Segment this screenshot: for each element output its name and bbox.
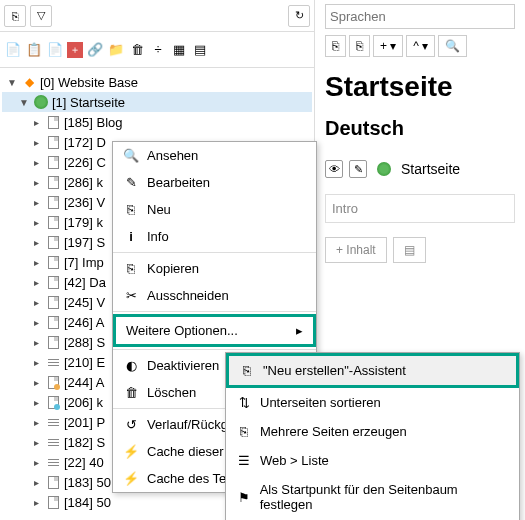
ctx-cut[interactable]: ✂Ausschneiden — [113, 282, 316, 309]
sub-wizard[interactable]: ⎘"Neu erstellen"-Assistent — [226, 353, 519, 388]
tree-label: [206] k — [64, 395, 103, 410]
btn-a[interactable]: ⎘ — [325, 35, 346, 57]
ctx-view[interactable]: 🔍Ansehen — [113, 142, 316, 169]
tree-label: [244] A — [64, 375, 104, 390]
tree-label: [182] S — [64, 435, 105, 450]
edit-icon[interactable]: ✎ — [349, 160, 367, 178]
ctx-more[interactable]: Weitere Optionen...▸ — [113, 314, 316, 347]
visibility-icon[interactable]: 👁 — [325, 160, 343, 178]
btn-b[interactable]: ⎘ — [349, 35, 370, 57]
doc-plus-icon[interactable]: ＋ — [67, 42, 83, 58]
new-page-icon[interactable]: ⎘ — [4, 5, 26, 27]
tree-label: [179] k — [64, 215, 103, 230]
refresh-icon[interactable]: ↻ — [288, 5, 310, 27]
sub-multi[interactable]: ⎘Mehrere Seiten erzeugen — [226, 417, 519, 446]
sub-list[interactable]: ☰Web > Liste — [226, 446, 519, 475]
tree-label: [210] E — [64, 355, 105, 370]
page-name: Startseite — [401, 161, 460, 177]
tree-label: [197] S — [64, 235, 105, 250]
sub-menu: ⎘"Neu erstellen"-Assistent ⇅Unterseiten … — [225, 352, 520, 520]
sub-sort[interactable]: ⇅Unterseiten sortieren — [226, 388, 519, 417]
ctx-new[interactable]: ⎘Neu — [113, 196, 316, 223]
layout1-icon[interactable]: ▦ — [170, 41, 188, 59]
link-icon[interactable]: 🔗 — [86, 41, 104, 59]
language-input[interactable] — [325, 4, 515, 29]
btn-up[interactable]: ^ ▾ — [406, 35, 435, 57]
tree-label: [286] k — [64, 175, 103, 190]
tree-label: [201] P — [64, 415, 105, 430]
folder-icon[interactable]: 📁 — [107, 41, 125, 59]
doc-link-icon[interactable]: 📄 — [46, 41, 64, 59]
tree-label: [226] C — [64, 155, 106, 170]
add-content-button[interactable]: + Inhalt — [325, 237, 387, 263]
tree-start[interactable]: ▼ [1] Startseite — [2, 92, 312, 112]
tree-label: [42] Da — [64, 275, 106, 290]
tree-label: [246] A — [64, 315, 104, 330]
ctx-edit[interactable]: ✎Bearbeiten — [113, 169, 316, 196]
tree-label: [22] 40 — [64, 455, 104, 470]
tree-label: [184] 50 — [64, 495, 111, 510]
tree-label: [236] V — [64, 195, 105, 210]
ctx-copy[interactable]: ⎘Kopieren — [113, 255, 316, 282]
doc-user-icon[interactable]: 📋 — [25, 41, 43, 59]
tree-label: [1] Startseite — [52, 95, 125, 110]
tree-label: [7] Imp — [64, 255, 104, 270]
tree-label: [0] Website Base — [40, 75, 138, 90]
search-icon[interactable]: 🔍 — [438, 35, 467, 57]
ctx-info[interactable]: iInfo — [113, 223, 316, 250]
page-title: Startseite — [325, 71, 515, 103]
tree-label: [172] D — [64, 135, 106, 150]
layout2-icon[interactable]: ▤ — [191, 41, 209, 59]
divider-icon[interactable]: ÷ — [149, 41, 167, 59]
btn-plus[interactable]: + ▾ — [373, 35, 403, 57]
tree-label: [185] Blog — [64, 115, 123, 130]
filter-icon[interactable]: ▽ — [30, 5, 52, 27]
tree-label: [245] V — [64, 295, 105, 310]
tree-label: [183] 50 — [64, 475, 111, 490]
intro-section: Intro — [325, 194, 515, 223]
sub-mount[interactable]: ⚑Als Startpunkt für den Seitenbaum festl… — [226, 475, 519, 519]
trash-icon[interactable]: 🗑 — [128, 41, 146, 59]
add-alt-button[interactable]: ▤ — [393, 237, 426, 263]
tree-item[interactable]: ▸[185] Blog — [2, 112, 312, 132]
tree-label: [288] S — [64, 335, 105, 350]
tree-root[interactable]: ▼◆ [0] Website Base — [2, 72, 312, 92]
doc-new-icon[interactable]: 📄 — [4, 41, 22, 59]
page-lang: Deutsch — [325, 117, 515, 140]
